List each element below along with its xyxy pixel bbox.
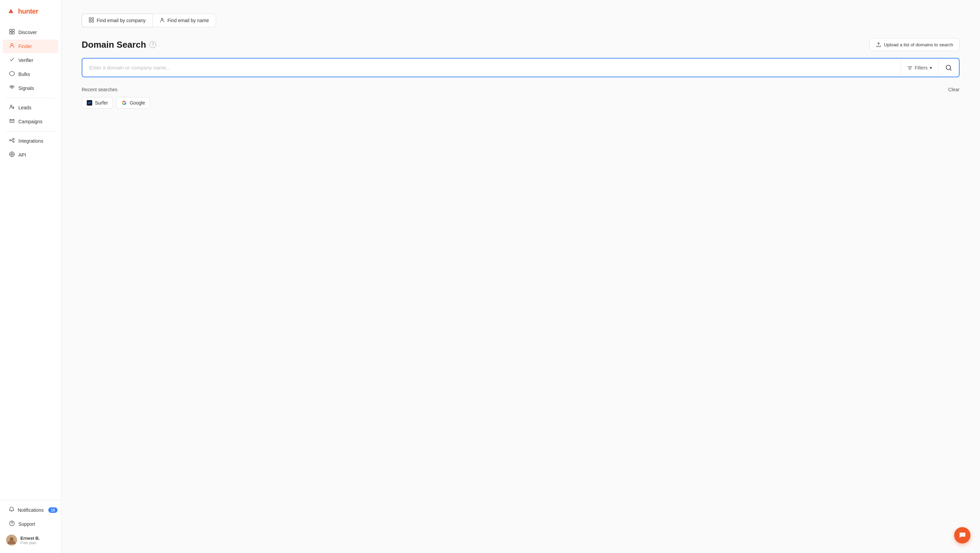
logo-icon: 🔺 bbox=[6, 7, 15, 16]
sidebar-item-label: Support bbox=[18, 521, 35, 527]
sidebar-item-verifier[interactable]: Verifier bbox=[3, 53, 58, 67]
bulks-icon bbox=[9, 71, 15, 78]
filters-button[interactable]: Filters ▾ bbox=[901, 60, 939, 75]
google-favicon bbox=[121, 100, 127, 105]
svg-rect-3 bbox=[12, 32, 14, 34]
search-input[interactable] bbox=[82, 59, 901, 76]
sidebar-item-campaigns[interactable]: Campaigns bbox=[3, 115, 58, 128]
avatar bbox=[6, 535, 17, 545]
svg-point-9 bbox=[13, 138, 14, 140]
user-profile[interactable]: Ernest B. Free plan bbox=[0, 531, 61, 549]
search-button[interactable] bbox=[939, 60, 959, 76]
main-content: Find email by company Find email by name… bbox=[61, 0, 980, 553]
sidebar-bottom: Notifications 15 Support bbox=[0, 500, 61, 553]
logo[interactable]: 🔺 hunter bbox=[0, 0, 61, 24]
sidebar-item-bulks[interactable]: Bulks bbox=[3, 67, 58, 81]
campaigns-icon bbox=[9, 118, 15, 125]
sidebar-item-label: Notifications bbox=[18, 507, 43, 513]
upload-button-label: Upload a list of domains to search bbox=[884, 42, 953, 47]
surfer-favicon bbox=[87, 100, 92, 105]
filters-label: Filters bbox=[915, 65, 928, 70]
sidebar-item-api[interactable]: API bbox=[3, 148, 58, 162]
leads-icon bbox=[9, 104, 15, 111]
user-plan: Free plan bbox=[21, 541, 40, 545]
chevron-down-icon: ▾ bbox=[930, 65, 932, 70]
recent-item-surfer[interactable]: Surfer bbox=[82, 97, 113, 108]
company-tab-icon bbox=[89, 18, 94, 24]
recent-searches-title: Recent searches bbox=[82, 87, 118, 92]
company-tab-label: Find email by company bbox=[97, 18, 146, 23]
page-title: Domain Search bbox=[82, 40, 146, 50]
sidebar-nav: Discover Finder Verifier bbox=[0, 24, 61, 500]
finder-icon bbox=[9, 43, 15, 50]
signals-icon bbox=[9, 85, 15, 92]
sidebar-item-label: Discover bbox=[18, 30, 37, 35]
name-tab-icon bbox=[159, 18, 165, 24]
chat-button[interactable] bbox=[954, 527, 970, 543]
sidebar-item-label: Integrations bbox=[18, 138, 43, 144]
tab-company[interactable]: Find email by company bbox=[82, 14, 153, 27]
svg-point-12 bbox=[11, 154, 13, 155]
svg-point-7 bbox=[11, 105, 12, 107]
recent-item-label: Google bbox=[130, 100, 145, 105]
notification-badge: 15 bbox=[48, 507, 57, 513]
svg-rect-19 bbox=[89, 21, 91, 22]
logo-text: hunter bbox=[18, 8, 38, 15]
sidebar-item-label: Leads bbox=[18, 105, 31, 110]
user-info: Ernest B. Free plan bbox=[21, 535, 40, 545]
sidebar-item-label: API bbox=[18, 152, 26, 158]
sidebar-item-finder[interactable]: Finder bbox=[3, 40, 58, 53]
recent-item-label: Surfer bbox=[95, 100, 108, 105]
search-bar: Filters ▾ bbox=[82, 58, 959, 77]
svg-marker-5 bbox=[10, 71, 14, 76]
notifications-icon bbox=[9, 507, 14, 513]
sidebar-item-label: Verifier bbox=[18, 57, 33, 63]
sidebar-item-leads[interactable]: Leads bbox=[3, 101, 58, 115]
recent-items-list: Surfer Google bbox=[82, 97, 959, 108]
upload-button[interactable]: Upload a list of domains to search bbox=[869, 38, 959, 51]
search-icon bbox=[945, 64, 952, 71]
svg-rect-20 bbox=[92, 21, 94, 22]
svg-rect-2 bbox=[10, 32, 11, 34]
tab-bar: Find email by company Find email by name bbox=[82, 14, 959, 27]
api-icon bbox=[9, 151, 15, 158]
sidebar-item-discover[interactable]: Discover bbox=[3, 25, 58, 39]
recent-header: Recent searches Clear bbox=[82, 87, 959, 92]
chat-icon bbox=[959, 532, 966, 539]
recent-item-google[interactable]: Google bbox=[116, 97, 150, 108]
svg-rect-18 bbox=[92, 18, 94, 19]
svg-point-4 bbox=[11, 44, 13, 46]
sidebar-item-label: Finder bbox=[18, 44, 32, 49]
question-mark: ? bbox=[152, 42, 154, 47]
svg-point-6 bbox=[11, 87, 13, 89]
svg-rect-0 bbox=[10, 29, 11, 31]
nav-divider-2 bbox=[5, 131, 56, 131]
help-icon[interactable]: ? bbox=[150, 41, 156, 48]
filters-icon bbox=[907, 65, 913, 70]
name-tab-label: Find email by name bbox=[167, 18, 209, 23]
sidebar: 🔺 hunter Discover Finder bbox=[0, 0, 61, 553]
sidebar-item-label: Campaigns bbox=[18, 119, 43, 124]
recent-searches-section: Recent searches Clear Surfer bbox=[82, 87, 959, 108]
upload-icon bbox=[876, 42, 881, 47]
sidebar-item-integrations[interactable]: Integrations bbox=[3, 134, 58, 148]
tab-name[interactable]: Find email by name bbox=[153, 14, 216, 27]
nav-divider-1 bbox=[5, 98, 56, 98]
svg-point-10 bbox=[13, 141, 14, 142]
sidebar-item-label: Signals bbox=[18, 86, 34, 91]
discover-icon bbox=[9, 29, 15, 36]
integrations-icon bbox=[9, 137, 15, 144]
page-header: Domain Search ? Upload a list of domains… bbox=[82, 38, 959, 51]
sidebar-item-label: Bulks bbox=[18, 72, 30, 77]
svg-rect-17 bbox=[89, 18, 91, 19]
user-name: Ernest B. bbox=[21, 535, 40, 541]
support-icon bbox=[9, 521, 15, 528]
svg-point-14 bbox=[11, 524, 12, 525]
clear-button[interactable]: Clear bbox=[948, 87, 959, 92]
svg-point-21 bbox=[161, 18, 163, 20]
sidebar-item-support[interactable]: Support bbox=[3, 517, 58, 531]
title-row: Domain Search ? bbox=[82, 40, 156, 50]
sidebar-item-notifications[interactable]: Notifications 15 bbox=[3, 503, 58, 517]
verifier-icon bbox=[9, 57, 15, 64]
sidebar-item-signals[interactable]: Signals bbox=[3, 81, 58, 95]
